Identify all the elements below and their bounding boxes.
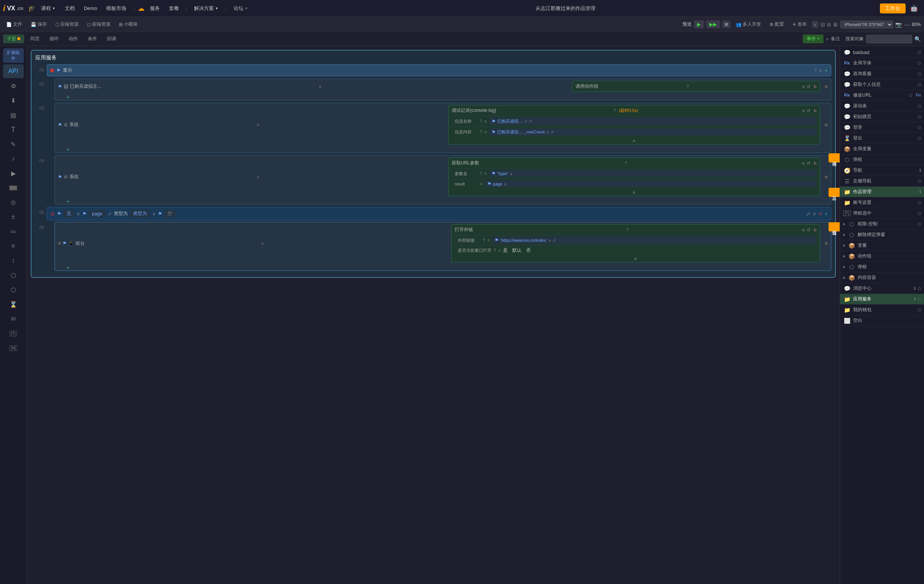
- field-name-chevron[interactable]: ∨: [525, 119, 527, 123]
- open-link-header[interactable]: 打开外链 ? ∨ ↺: [452, 225, 820, 235]
- rp-info-nav[interactable]: ℹ: [919, 168, 921, 173]
- sidebar-item-grid[interactable]: ▤: [3, 108, 24, 122]
- cond-x-btn[interactable]: ✕: [818, 211, 822, 217]
- floating-notify-btn[interactable]: 通知: [828, 222, 840, 232]
- ext-link-collapse[interactable]: ∧: [634, 256, 637, 262]
- field-window-help[interactable]: ?: [494, 248, 496, 253]
- nav-item-service[interactable]: 服务: [146, 3, 164, 13]
- sidebar-item-3d[interactable]: 3D: [3, 312, 24, 326]
- frontend-chevron[interactable]: ∨: [261, 242, 264, 246]
- tb2-play-btn[interactable]: ▶: [694, 20, 704, 28]
- field-result-value[interactable]: ⚑ page ∨: [485, 181, 817, 188]
- nav-workbench-btn[interactable]: 工作台: [880, 3, 906, 13]
- logo[interactable]: i VX .cn: [3, 3, 23, 13]
- call-action-chevron[interactable]: ∨: [802, 84, 805, 89]
- rp-item-account[interactable]: 📁 账号设置: [840, 197, 924, 208]
- cond-down2[interactable]: ∨: [152, 211, 156, 217]
- rp-item-works-manage[interactable]: 📁 作品管理 ℹ: [840, 187, 924, 197]
- field-window-yes[interactable]: 是: [503, 247, 508, 254]
- field-content-chevron[interactable]: ∨: [546, 130, 549, 134]
- rp-group-permission[interactable]: ⬡ 权限-控制: [840, 219, 924, 230]
- rp-item-baiduad[interactable]: 💬 baiduad: [840, 48, 924, 58]
- cond-plus-btn[interactable]: +: [825, 211, 828, 217]
- sidebar-item-hex[interactable]: ⬡: [3, 268, 24, 282]
- rp-item-popup[interactable]: ⬡ 弹框: [840, 155, 924, 165]
- rp-item-message-center[interactable]: 💬 消息中心 ℹ: [840, 283, 924, 294]
- tb3-child-layer[interactable]: 子层: [3, 35, 24, 43]
- cond-empty-value[interactable]: 空: [165, 210, 175, 218]
- sidebar-item-plus-minus[interactable]: ±: [3, 210, 24, 224]
- tb2-save[interactable]: 💾 保存: [28, 20, 50, 29]
- rp-item-popup-selected[interactable]: [T] 弹框选中: [840, 208, 924, 219]
- tb3-same-layer[interactable]: 同层: [26, 35, 43, 43]
- rp-item-global-font[interactable]: Fix 全局字体: [840, 58, 924, 69]
- field-param-name-help[interactable]: ?: [480, 172, 482, 176]
- cond-minus-icon[interactable]: ⊖: [50, 211, 55, 217]
- rp-info-msg-center[interactable]: ℹ: [914, 286, 916, 291]
- rp-group-popup2[interactable]: ⬡ 弹框: [840, 262, 924, 273]
- cond-type-dropdown[interactable]: 类型为: [130, 210, 150, 218]
- display-chevron[interactable]: ∨: [819, 68, 822, 73]
- cond-down-icon[interactable]: ∨: [77, 211, 80, 217]
- sidebar-item-N[interactable]: [N]: [3, 341, 24, 355]
- purchased-chevron-down[interactable]: ∨: [318, 84, 321, 89]
- tb3-event-plus-btn[interactable]: 事件 +: [803, 35, 823, 43]
- open-link-chevron[interactable]: ∨: [802, 227, 805, 233]
- field-content-help[interactable]: ?: [480, 130, 482, 134]
- log-collapse-arrow[interactable]: ∧: [632, 138, 636, 143]
- tb3-search-input[interactable]: [866, 35, 912, 43]
- sidebar-item-T[interactable]: [T]: [3, 326, 24, 340]
- field-param-name-value[interactable]: ⚑ "type" ∨: [489, 170, 817, 177]
- nav-item-courses[interactable]: 课程 ▼: [37, 3, 59, 13]
- tb2-grid-btn[interactable]: ⊞: [722, 21, 730, 28]
- sidebar-item-timer[interactable]: ⌛: [3, 297, 24, 311]
- tb2-fast-play-btn[interactable]: ▶▶: [706, 20, 720, 28]
- floating-chat-btn[interactable]: 咨询: [828, 153, 840, 163]
- rp-info-works[interactable]: ℹ: [919, 189, 921, 194]
- field-ext-link-chevron[interactable]: ∨: [548, 239, 551, 243]
- field-window-no[interactable]: 否: [526, 247, 531, 254]
- tb3-loop[interactable]: 循环: [46, 35, 63, 43]
- console-log-chevron[interactable]: ∨: [802, 108, 805, 114]
- console-log-reload[interactable]: ↺: [807, 108, 810, 114]
- rp-group-action-group[interactable]: 📦 动作组: [840, 251, 924, 262]
- call-action-header[interactable]: 调用动作组 ? ∨ ↺: [573, 81, 820, 92]
- nav-item-templates[interactable]: 模板市场: [102, 3, 130, 13]
- cond-var-value[interactable]: page: [89, 211, 106, 217]
- field-name-help[interactable]: ?: [480, 119, 482, 123]
- tb2-device-select[interactable]: iPhone6/7/8 375*667: [840, 21, 893, 28]
- tb2-desktop-icon[interactable]: 🖥: [833, 21, 838, 28]
- cond-expand-btn[interactable]: ⬀: [806, 211, 810, 217]
- frontend-plus[interactable]: +: [66, 265, 69, 271]
- tb2-file[interactable]: 📄 文件: [3, 20, 25, 29]
- rp-item-wallet[interactable]: 📁 我的钱包: [840, 304, 924, 315]
- tb2-publish[interactable]: ✈ 发布: [789, 20, 810, 29]
- purchased-header[interactable]: ⚑ 🖼 已购买虚拟主... ∨ 调用动作组 ?: [55, 79, 831, 94]
- sidebar-item-button[interactable]: Btn: [3, 181, 24, 195]
- frontend-header[interactable]: ⚑ 📱 前台 ∨ 打开外链 ? ∨: [55, 222, 831, 265]
- nav-robot-icon[interactable]: 🤖: [907, 3, 921, 13]
- rp-group-unbind[interactable]: ⬡ 解除绑定弹窗: [840, 230, 924, 240]
- rp-item-nav[interactable]: 🧭 导航 ℹ: [840, 165, 924, 176]
- system-chevron-04[interactable]: ∨: [256, 175, 259, 179]
- url-collapse-arrow[interactable]: ∧: [632, 190, 636, 195]
- tb2-align-icon[interactable]: ⊟: [820, 21, 825, 28]
- rp-item-modify-url[interactable]: Fix 修改URL Fix: [840, 90, 924, 101]
- field-window-default[interactable]: 默认: [512, 247, 521, 254]
- rp-item-global-var[interactable]: 📦 全局变量: [840, 144, 924, 155]
- sidebar-item-text[interactable]: T: [3, 123, 24, 137]
- cond-chevron[interactable]: ∨: [813, 211, 816, 217]
- open-link-help[interactable]: ?: [626, 228, 629, 232]
- tb3-review[interactable]: 回调: [103, 35, 120, 43]
- system-log-header[interactable]: ⚑ ⚙ 系统 ∨ 调试记录(console log) ? (延时0.5s): [55, 103, 831, 146]
- sidebar-item-share[interactable]: ⬡: [3, 283, 24, 296]
- sidebar-item-edit[interactable]: ✎: [3, 137, 24, 151]
- url-param-header[interactable]: 获取URL参数 ? ∨ ↺: [449, 158, 820, 168]
- system-plus-03[interactable]: +: [66, 146, 69, 153]
- display-help[interactable]: ?: [814, 68, 817, 72]
- url-param-chevron[interactable]: ∨: [802, 161, 805, 166]
- nav-item-demo[interactable]: Demo: [80, 4, 101, 13]
- field-ext-link-help[interactable]: ?: [483, 239, 485, 243]
- system-url-header[interactable]: ⚑ ⚙ 系统 ∨ 获取URL参数 ?: [55, 156, 831, 198]
- sidebar-item-video[interactable]: ▶: [3, 166, 24, 180]
